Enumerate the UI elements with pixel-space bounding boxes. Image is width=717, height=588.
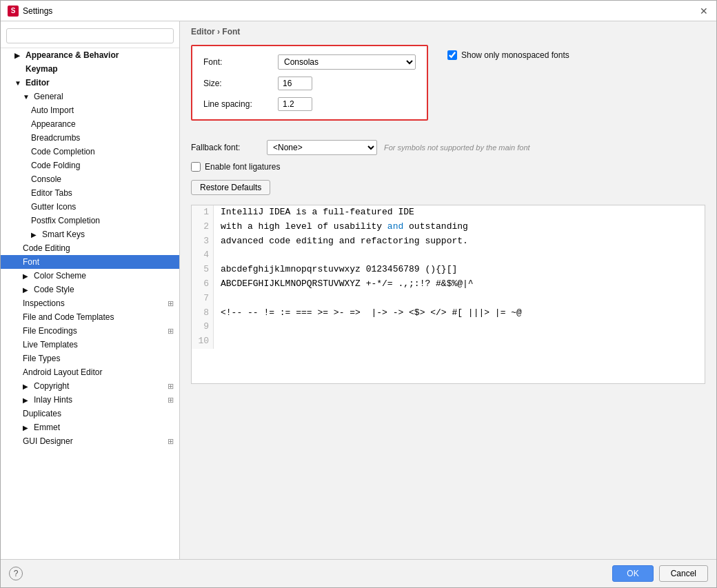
line-number: 3 xyxy=(192,234,214,249)
sidebar-item-label: Smart Keys xyxy=(42,230,85,239)
copy-icon: ⊞ xyxy=(168,299,174,308)
copy-icon: ⊞ xyxy=(168,437,174,446)
sidebar-item-breadcrumbs[interactable]: Breadcrumbs xyxy=(1,131,179,145)
copy-icon: ⊞ xyxy=(168,382,174,391)
sidebar-item-auto-import[interactable]: Auto Import xyxy=(1,103,179,117)
sidebar-item-label: Auto Import xyxy=(31,105,74,115)
sidebar-item-editor[interactable]: Editor xyxy=(1,76,179,90)
bottom-bar: ? OK Cancel xyxy=(1,559,716,587)
close-button[interactable]: ✕ xyxy=(698,6,709,17)
sidebar-item-font[interactable]: Font xyxy=(1,255,179,269)
monospaced-label: Show only monospaced fonts xyxy=(461,50,569,60)
bottom-right: OK Cancel xyxy=(612,565,708,582)
ok-button[interactable]: OK xyxy=(612,565,653,582)
font-select[interactable]: Consolas xyxy=(278,54,416,70)
line-content: IntelliJ IDEA is a full-featured IDE xyxy=(214,205,421,220)
monospaced-checkbox[interactable] xyxy=(447,50,457,60)
chevron-icon xyxy=(23,383,31,390)
size-label: Size: xyxy=(203,79,272,88)
settings-dialog: S Settings ✕ Appearance & Behavior Keyma… xyxy=(0,0,717,588)
search-input[interactable] xyxy=(6,28,174,43)
line-spacing-input[interactable] xyxy=(278,97,312,111)
sidebar-item-label: Duplicates xyxy=(23,409,61,418)
line-number: 7 xyxy=(192,292,214,306)
sidebar-item-appearance-behavior[interactable]: Appearance & Behavior xyxy=(1,48,179,62)
sidebar-item-code-folding[interactable]: Code Folding xyxy=(1,159,179,172)
fallback-row: Fallback font: <None> For symbols not su… xyxy=(191,140,705,155)
sidebar-item-label: Code Completion xyxy=(31,147,95,156)
sidebar-item-duplicates[interactable]: Duplicates xyxy=(1,407,179,420)
sidebar-item-android-layout-editor[interactable]: Android Layout Editor xyxy=(1,365,179,379)
preview-line: 10 xyxy=(192,334,705,349)
dialog-title: Settings xyxy=(23,6,52,16)
preview-line: 4 xyxy=(192,248,705,263)
sidebar-item-label: File and Code Templates xyxy=(23,312,114,322)
sidebar-item-code-editing[interactable]: Code Editing xyxy=(1,241,179,255)
sidebar-item-appearance[interactable]: Appearance xyxy=(1,117,179,131)
sidebar-item-code-style[interactable]: Code Style xyxy=(1,283,179,296)
sidebar-item-label: Breadcrumbs xyxy=(31,133,80,143)
font-label: Font: xyxy=(203,57,272,67)
line-content: abcdefghijklmnopqrstuvwxyz 0123456789 ()… xyxy=(214,263,464,277)
copy-icon: ⊞ xyxy=(168,396,174,405)
sidebar-item-label: Live Templates xyxy=(23,340,78,349)
sidebar-item-live-templates[interactable]: Live Templates xyxy=(1,338,179,352)
restore-defaults-button[interactable]: Restore Defaults xyxy=(191,180,270,195)
copy-icon: ⊞ xyxy=(168,327,174,336)
line-spacing-label: Line spacing: xyxy=(203,99,272,109)
sidebar-item-editor-tabs[interactable]: Editor Tabs xyxy=(1,186,179,200)
sidebar: Appearance & Behavior Keymap Editor Gene… xyxy=(1,21,180,559)
preview-line: 5 abcdefghijklmnopqrstuvwxyz 0123456789 … xyxy=(192,263,705,277)
sidebar-item-label: General xyxy=(34,92,63,101)
sidebar-item-console[interactable]: Console xyxy=(1,172,179,186)
sidebar-item-gui-designer[interactable]: GUI Designer ⊞ xyxy=(1,434,179,448)
sidebar-item-keymap[interactable]: Keymap xyxy=(1,62,179,76)
line-number: 6 xyxy=(192,277,214,292)
sidebar-item-file-code-templates[interactable]: File and Code Templates xyxy=(1,310,179,324)
search-box xyxy=(1,24,179,48)
line-number: 4 xyxy=(192,248,214,263)
sidebar-item-emmet[interactable]: Emmet xyxy=(1,420,179,434)
sidebar-item-label: Inspections xyxy=(23,298,65,308)
sidebar-item-general[interactable]: General xyxy=(1,90,179,103)
chevron-icon xyxy=(31,231,39,239)
sidebar-item-postfix-completion[interactable]: Postfix Completion xyxy=(1,214,179,227)
ligatures-checkbox[interactable] xyxy=(191,162,201,172)
sidebar-item-gutter-icons[interactable]: Gutter Icons xyxy=(1,200,179,214)
size-row: Size: xyxy=(203,77,416,90)
sidebar-item-color-scheme[interactable]: Color Scheme xyxy=(1,269,179,283)
size-input[interactable] xyxy=(278,77,312,90)
line-number: 2 xyxy=(192,220,214,234)
chevron-icon xyxy=(23,272,31,280)
help-button[interactable]: ? xyxy=(9,567,23,580)
sidebar-item-label: Editor Tabs xyxy=(31,188,72,198)
line-spacing-row: Line spacing: xyxy=(203,97,416,111)
line-number: 8 xyxy=(192,306,214,321)
line-content: advanced code editing and refactoring su… xyxy=(214,234,475,249)
sidebar-item-label: Android Layout Editor xyxy=(23,367,102,377)
fallback-hint: For symbols not supported by the main fo… xyxy=(384,143,530,152)
sidebar-item-label: File Encodings xyxy=(23,326,77,336)
sidebar-item-label: Keymap xyxy=(26,64,58,74)
sidebar-item-smart-keys[interactable]: Smart Keys xyxy=(1,227,179,241)
chevron-icon xyxy=(23,424,31,432)
fallback-select[interactable]: <None> xyxy=(267,140,377,155)
sidebar-item-file-types[interactable]: File Types xyxy=(1,352,179,365)
titlebar-left: S Settings xyxy=(8,6,52,17)
line-number: 1 xyxy=(192,205,214,220)
main-content: Appearance & Behavior Keymap Editor Gene… xyxy=(1,21,716,559)
preview-line: 2 with a high level of usability and out… xyxy=(192,220,705,234)
font-row: Font: Consolas xyxy=(203,54,416,70)
sidebar-item-label: Editor xyxy=(26,78,50,88)
sidebar-item-code-completion[interactable]: Code Completion xyxy=(1,145,179,159)
line-content: ABCDEFGHIJKLMNOPQRSTUVWXYZ +-*/= .,;:!? … xyxy=(214,277,481,292)
sidebar-item-inlay-hints[interactable]: Inlay Hints ⊞ xyxy=(1,393,179,407)
sidebar-item-file-encodings[interactable]: File Encodings ⊞ xyxy=(1,324,179,338)
right-panel: Editor › Font Font: Consolas Size: xyxy=(180,21,716,559)
sidebar-item-copyright[interactable]: Copyright ⊞ xyxy=(1,379,179,393)
app-icon: S xyxy=(8,6,19,17)
sidebar-item-label: Gutter Icons xyxy=(31,202,76,212)
sidebar-item-inspections[interactable]: Inspections ⊞ xyxy=(1,296,179,310)
cancel-button[interactable]: Cancel xyxy=(659,565,708,582)
ligatures-row: Enable font ligatures xyxy=(191,162,705,172)
